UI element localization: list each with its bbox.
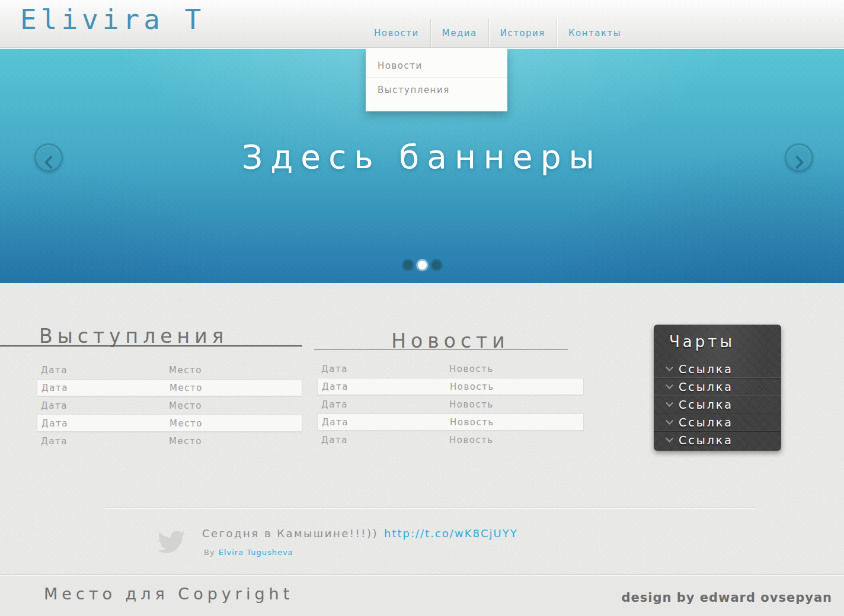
tweet-link[interactable]: http://t.co/wK8CjUYY xyxy=(384,527,518,540)
banner-title: Здесь баннеры xyxy=(0,138,844,176)
designer-credit: design by edward ovsepyan xyxy=(621,591,832,605)
charts-title: Чарты xyxy=(669,333,781,351)
chart-link[interactable]: Ссылка xyxy=(654,413,781,431)
chevron-right-icon xyxy=(791,155,804,169)
cell-news: Новость xyxy=(449,399,494,410)
charts-links: Ссылка Ссылка Ссылка Ссылка xyxy=(654,360,781,448)
table-row: Дата Место xyxy=(37,379,302,396)
performances-underline xyxy=(0,345,302,346)
performances-title: Выступления xyxy=(39,325,228,348)
news-underline xyxy=(314,349,568,349)
chart-link-label: Ссылка xyxy=(679,362,733,376)
tweet-body: Сегодня в Камышине!!!))http://t.co/wK8Cj… xyxy=(202,525,518,558)
chart-link[interactable]: Ссылка xyxy=(654,360,781,378)
cell-news: Новость xyxy=(450,417,494,428)
chart-link-label: Ссылка xyxy=(679,398,733,411)
cell-place: Место xyxy=(170,418,203,429)
cell-date: Дата xyxy=(37,400,169,411)
site-logo[interactable]: Elivira T xyxy=(20,4,205,36)
tweet-text: Сегодня в Камышине!!!)) xyxy=(202,527,378,540)
performances-table: Дата Место Дата Место Дата Место Дата Ме… xyxy=(37,361,302,450)
cell-date: Дата xyxy=(37,418,170,429)
nav-item[interactable]: Контакты xyxy=(557,19,632,47)
cell-date: Дата xyxy=(37,365,169,376)
cell-date: Дата xyxy=(318,417,450,428)
cell-place: Место xyxy=(169,365,202,376)
dropdown-item[interactable]: Выступления xyxy=(366,78,507,102)
header: Elivira T Новости Медиа История Контакты xyxy=(0,0,844,48)
page: Elivira T Новости Медиа История Контакты… xyxy=(0,0,844,616)
dropdown-item[interactable]: Новости xyxy=(366,54,507,78)
nav-dropdown-menu: Новости Выступления xyxy=(366,48,507,111)
cell-date: Дата xyxy=(318,381,450,392)
cell-date: Дата xyxy=(317,364,449,374)
cell-date: Дата xyxy=(317,435,449,445)
main-content: Выступления Дата Место Дата Место Дата М… xyxy=(0,283,844,575)
table-row: Дата Место xyxy=(37,415,302,432)
cell-place: Место xyxy=(170,383,203,393)
chart-link-label: Ссылка xyxy=(679,434,733,447)
chart-link[interactable]: Ссылка xyxy=(654,378,781,396)
cell-news: Новость xyxy=(449,364,494,374)
chart-link-label: Ссылка xyxy=(679,380,733,393)
chevron-down-icon xyxy=(666,399,673,407)
cell-date: Дата xyxy=(37,436,169,447)
cell-news: Новость xyxy=(449,435,494,445)
tweet-by-label: By xyxy=(204,548,215,557)
section-divider xyxy=(105,508,756,508)
chart-link-label: Ссылка xyxy=(679,416,733,429)
table-row: Дата Место xyxy=(37,432,302,450)
carousel-dot[interactable] xyxy=(404,261,413,270)
carousel-dot[interactable] xyxy=(432,261,441,270)
carousel-dot[interactable] xyxy=(418,261,427,270)
chevron-down-icon xyxy=(666,364,673,371)
twitter-widget: Сегодня в Камышине!!!))http://t.co/wK8Cj… xyxy=(156,525,518,558)
nav-item[interactable]: Новости xyxy=(363,19,430,47)
footer: Место для Copyright design by edward ovs… xyxy=(0,575,844,616)
cell-date: Дата xyxy=(37,383,170,393)
table-row: Дата Новость xyxy=(317,413,584,431)
tweet-author-link[interactable]: Elvira Tugusheva xyxy=(219,548,293,557)
chart-link[interactable]: Ссылка xyxy=(654,431,781,448)
copyright-text: Место для Copyright xyxy=(44,585,293,603)
table-row: Дата Место xyxy=(37,397,302,414)
cell-place: Место xyxy=(169,436,202,447)
chevron-down-icon xyxy=(666,417,673,425)
carousel-prev-button[interactable] xyxy=(34,143,63,172)
nav-item[interactable]: Медиа xyxy=(430,19,488,47)
cell-date: Дата xyxy=(317,399,449,410)
table-row: Дата Новость xyxy=(317,378,584,395)
chevron-left-icon xyxy=(44,155,58,169)
charts-widget: Чарты Ссылка Ссылка Ссылка xyxy=(654,325,781,451)
nav-item[interactable]: История xyxy=(488,19,557,47)
table-row: Дата Новость xyxy=(317,396,584,413)
carousel-next-button[interactable] xyxy=(785,143,813,172)
news-table: Дата Новость Дата Новость Дата Новость Д… xyxy=(317,360,584,449)
table-row: Дата Новость xyxy=(317,431,584,448)
table-row: Дата Место xyxy=(37,361,302,378)
chart-link[interactable]: Ссылка xyxy=(654,396,781,413)
main-nav: Новости Медиа История Контакты xyxy=(363,19,632,47)
chevron-down-icon xyxy=(666,381,673,389)
twitter-icon[interactable] xyxy=(156,528,187,558)
chevron-down-icon xyxy=(666,435,673,442)
cell-news: Новость xyxy=(450,381,494,392)
carousel-dots xyxy=(0,261,844,270)
table-row: Дата Новость xyxy=(317,360,584,377)
dropdown-items: Новости Выступления xyxy=(366,54,507,102)
cell-place: Место xyxy=(169,400,202,411)
